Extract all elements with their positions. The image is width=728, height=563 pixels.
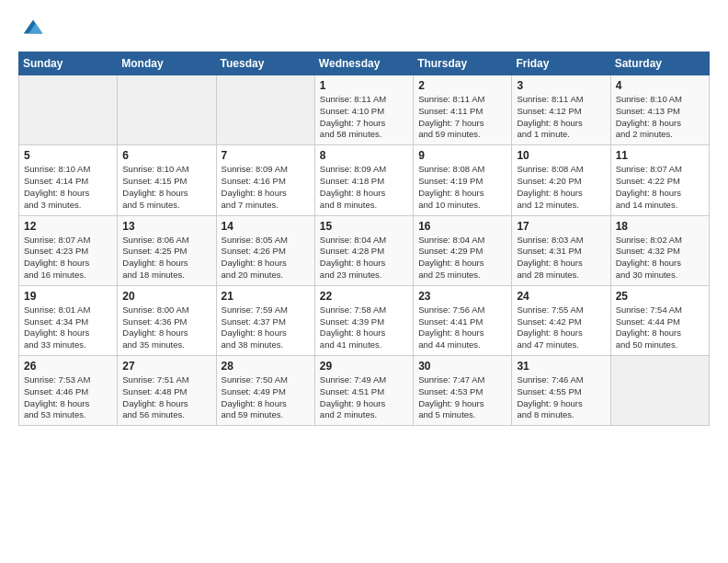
- day-number: 5: [24, 149, 112, 162]
- calendar-week-1: 1Sunrise: 8:11 AMSunset: 4:10 PMDaylight…: [19, 75, 710, 145]
- day-number: 27: [122, 360, 210, 373]
- calendar-cell: 31Sunrise: 7:46 AMSunset: 4:55 PMDayligh…: [512, 356, 610, 426]
- day-number: 21: [222, 290, 310, 303]
- calendar-cell: 22Sunrise: 7:58 AMSunset: 4:39 PMDayligh…: [314, 285, 413, 355]
- day-info: Sunrise: 8:04 AMSunset: 4:28 PMDaylight:…: [320, 235, 408, 282]
- calendar-body: 1Sunrise: 8:11 AMSunset: 4:10 PMDaylight…: [19, 75, 710, 426]
- day-number: 29: [320, 360, 408, 373]
- weekday-header-thursday: Thursday: [414, 52, 512, 75]
- calendar-cell: 4Sunrise: 8:10 AMSunset: 4:13 PMDaylight…: [610, 75, 709, 145]
- header: [18, 15, 710, 40]
- day-info: Sunrise: 8:08 AMSunset: 4:20 PMDaylight:…: [517, 164, 605, 211]
- calendar-cell: 28Sunrise: 7:50 AMSunset: 4:49 PMDayligh…: [216, 356, 314, 426]
- calendar-cell: 6Sunrise: 8:10 AMSunset: 4:15 PMDaylight…: [118, 145, 216, 215]
- weekday-header-wednesday: Wednesday: [314, 52, 413, 75]
- day-info: Sunrise: 8:02 AMSunset: 4:32 PMDaylight:…: [616, 235, 704, 282]
- day-number: 10: [517, 149, 605, 162]
- calendar-cell: 29Sunrise: 7:49 AMSunset: 4:51 PMDayligh…: [314, 356, 413, 426]
- day-number: 4: [616, 79, 704, 92]
- calendar-week-2: 5Sunrise: 8:10 AMSunset: 4:14 PMDaylight…: [19, 145, 710, 215]
- logo-icon: [20, 15, 46, 40]
- calendar-cell: 18Sunrise: 8:02 AMSunset: 4:32 PMDayligh…: [610, 215, 709, 285]
- day-number: 7: [222, 149, 310, 162]
- weekday-header-sunday: Sunday: [19, 52, 118, 75]
- day-number: 11: [616, 149, 704, 162]
- calendar-week-3: 12Sunrise: 8:07 AMSunset: 4:23 PMDayligh…: [19, 215, 710, 285]
- day-info: Sunrise: 8:10 AMSunset: 4:14 PMDaylight:…: [24, 164, 112, 211]
- day-info: Sunrise: 7:58 AMSunset: 4:39 PMDaylight:…: [320, 304, 408, 351]
- calendar-cell: 1Sunrise: 8:11 AMSunset: 4:10 PMDaylight…: [314, 75, 413, 145]
- weekday-header-saturday: Saturday: [610, 52, 709, 75]
- day-number: 19: [24, 290, 112, 303]
- day-info: Sunrise: 8:05 AMSunset: 4:26 PMDaylight:…: [222, 235, 310, 282]
- calendar-cell: [610, 356, 709, 426]
- calendar-cell: 5Sunrise: 8:10 AMSunset: 4:14 PMDaylight…: [19, 145, 118, 215]
- calendar-cell: 21Sunrise: 7:59 AMSunset: 4:37 PMDayligh…: [216, 285, 314, 355]
- day-info: Sunrise: 7:54 AMSunset: 4:44 PMDaylight:…: [616, 304, 704, 351]
- day-info: Sunrise: 7:50 AMSunset: 4:49 PMDaylight:…: [222, 374, 310, 421]
- calendar-week-4: 19Sunrise: 8:01 AMSunset: 4:34 PMDayligh…: [19, 285, 710, 355]
- day-info: Sunrise: 7:47 AMSunset: 4:53 PMDaylight:…: [418, 374, 506, 421]
- day-number: 15: [320, 220, 408, 233]
- day-number: 22: [320, 290, 408, 303]
- calendar-cell: 20Sunrise: 8:00 AMSunset: 4:36 PMDayligh…: [118, 285, 216, 355]
- day-info: Sunrise: 7:55 AMSunset: 4:42 PMDaylight:…: [517, 304, 605, 351]
- day-info: Sunrise: 8:03 AMSunset: 4:31 PMDaylight:…: [517, 235, 605, 282]
- day-number: 25: [616, 290, 704, 303]
- day-info: Sunrise: 7:56 AMSunset: 4:41 PMDaylight:…: [418, 304, 506, 351]
- calendar-cell: 17Sunrise: 8:03 AMSunset: 4:31 PMDayligh…: [512, 215, 610, 285]
- weekday-header-friday: Friday: [512, 52, 610, 75]
- day-number: 12: [24, 220, 112, 233]
- day-info: Sunrise: 8:11 AMSunset: 4:11 PMDaylight:…: [418, 94, 506, 141]
- calendar-cell: [216, 75, 314, 145]
- day-info: Sunrise: 8:11 AMSunset: 4:10 PMDaylight:…: [320, 94, 408, 141]
- day-number: 8: [320, 149, 408, 162]
- day-info: Sunrise: 8:06 AMSunset: 4:25 PMDaylight:…: [122, 235, 210, 282]
- calendar-cell: [19, 75, 118, 145]
- day-number: 24: [517, 290, 605, 303]
- calendar-table: SundayMondayTuesdayWednesdayThursdayFrid…: [18, 52, 710, 426]
- day-number: 23: [418, 290, 506, 303]
- calendar-cell: 19Sunrise: 8:01 AMSunset: 4:34 PMDayligh…: [19, 285, 118, 355]
- day-number: 1: [320, 79, 408, 92]
- calendar-cell: 30Sunrise: 7:47 AMSunset: 4:53 PMDayligh…: [414, 356, 512, 426]
- calendar-cell: 26Sunrise: 7:53 AMSunset: 4:46 PMDayligh…: [19, 356, 118, 426]
- calendar-cell: 9Sunrise: 8:08 AMSunset: 4:19 PMDaylight…: [414, 145, 512, 215]
- day-number: 17: [517, 220, 605, 233]
- day-info: Sunrise: 7:51 AMSunset: 4:48 PMDaylight:…: [122, 374, 210, 421]
- calendar-cell: 25Sunrise: 7:54 AMSunset: 4:44 PMDayligh…: [610, 285, 709, 355]
- day-info: Sunrise: 8:00 AMSunset: 4:36 PMDaylight:…: [122, 304, 210, 351]
- weekday-header-monday: Monday: [118, 52, 216, 75]
- calendar-cell: 3Sunrise: 8:11 AMSunset: 4:12 PMDaylight…: [512, 75, 610, 145]
- day-info: Sunrise: 7:59 AMSunset: 4:37 PMDaylight:…: [222, 304, 310, 351]
- day-number: 20: [122, 290, 210, 303]
- day-number: 30: [418, 360, 506, 373]
- day-info: Sunrise: 8:01 AMSunset: 4:34 PMDaylight:…: [24, 304, 112, 351]
- calendar-cell: 13Sunrise: 8:06 AMSunset: 4:25 PMDayligh…: [118, 215, 216, 285]
- calendar-cell: 10Sunrise: 8:08 AMSunset: 4:20 PMDayligh…: [512, 145, 610, 215]
- calendar-cell: 24Sunrise: 7:55 AMSunset: 4:42 PMDayligh…: [512, 285, 610, 355]
- day-number: 3: [517, 79, 605, 92]
- day-number: 26: [24, 360, 112, 373]
- day-number: 13: [122, 220, 210, 233]
- day-number: 2: [418, 79, 506, 92]
- weekday-header-tuesday: Tuesday: [216, 52, 314, 75]
- calendar-header: SundayMondayTuesdayWednesdayThursdayFrid…: [19, 52, 710, 75]
- day-info: Sunrise: 8:09 AMSunset: 4:16 PMDaylight:…: [222, 164, 310, 211]
- day-info: Sunrise: 8:07 AMSunset: 4:23 PMDaylight:…: [24, 235, 112, 282]
- calendar-week-5: 26Sunrise: 7:53 AMSunset: 4:46 PMDayligh…: [19, 356, 710, 426]
- calendar-cell: 8Sunrise: 8:09 AMSunset: 4:18 PMDaylight…: [314, 145, 413, 215]
- day-number: 18: [616, 220, 704, 233]
- day-info: Sunrise: 8:10 AMSunset: 4:13 PMDaylight:…: [616, 94, 704, 141]
- weekday-header-row: SundayMondayTuesdayWednesdayThursdayFrid…: [19, 52, 710, 75]
- calendar-cell: 16Sunrise: 8:04 AMSunset: 4:29 PMDayligh…: [414, 215, 512, 285]
- calendar-cell: 7Sunrise: 8:09 AMSunset: 4:16 PMDaylight…: [216, 145, 314, 215]
- day-number: 9: [418, 149, 506, 162]
- day-info: Sunrise: 8:09 AMSunset: 4:18 PMDaylight:…: [320, 164, 408, 211]
- day-info: Sunrise: 7:53 AMSunset: 4:46 PMDaylight:…: [24, 374, 112, 421]
- calendar-cell: 23Sunrise: 7:56 AMSunset: 4:41 PMDayligh…: [414, 285, 512, 355]
- calendar-cell: 12Sunrise: 8:07 AMSunset: 4:23 PMDayligh…: [19, 215, 118, 285]
- day-info: Sunrise: 8:07 AMSunset: 4:22 PMDaylight:…: [616, 164, 704, 211]
- day-info: Sunrise: 8:08 AMSunset: 4:19 PMDaylight:…: [418, 164, 506, 211]
- day-info: Sunrise: 8:04 AMSunset: 4:29 PMDaylight:…: [418, 235, 506, 282]
